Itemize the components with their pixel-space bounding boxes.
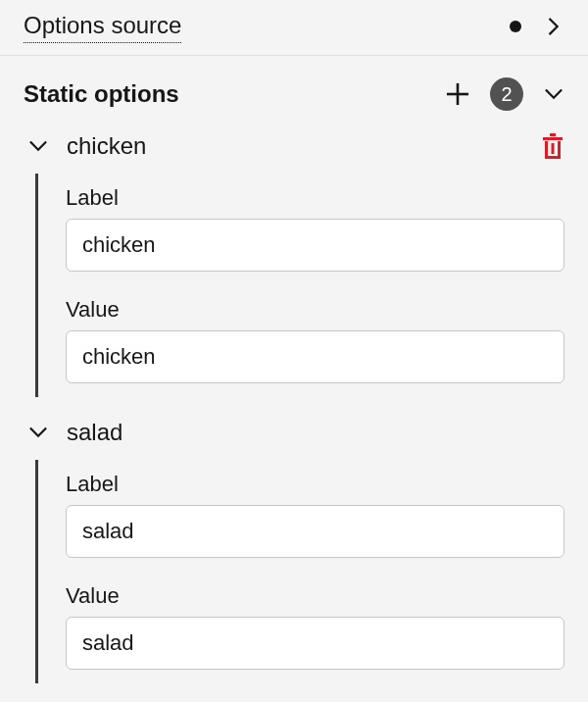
options-source-row: Options source: [0, 0, 588, 56]
chevron-down-icon: [543, 83, 564, 105]
label-field-label: Label: [66, 185, 564, 211]
trash-icon: [541, 133, 564, 159]
add-option-button[interactable]: [445, 81, 470, 107]
svg-rect-7: [552, 143, 555, 154]
value-field-label: Value: [66, 583, 564, 609]
plus-icon: [445, 81, 470, 107]
item-toggle-button[interactable]: [24, 422, 67, 443]
options-panel: Options source Static options 2: [0, 0, 588, 683]
value-input[interactable]: [66, 330, 564, 383]
item-toggle-button[interactable]: [24, 135, 67, 157]
label-input[interactable]: [66, 219, 564, 272]
options-source-label[interactable]: Options source: [24, 10, 181, 43]
status-dot-icon: [510, 21, 521, 32]
static-options-header: Static options 2: [0, 56, 588, 111]
svg-rect-2: [543, 137, 563, 140]
svg-rect-6: [545, 156, 561, 159]
static-options-title: Static options: [24, 80, 179, 108]
chevron-down-icon: [27, 422, 49, 443]
chevron-down-icon: [27, 135, 49, 157]
options-source-expand-button[interactable]: [543, 16, 564, 37]
collapse-section-button[interactable]: [543, 83, 564, 105]
option-item-name: salad: [67, 419, 122, 446]
value-field-label: Value: [66, 297, 564, 323]
option-item-header: salad: [0, 397, 588, 446]
label-input[interactable]: [66, 505, 564, 558]
delete-option-button[interactable]: [541, 133, 564, 159]
option-item-name: chicken: [67, 132, 146, 160]
value-input[interactable]: [66, 617, 564, 670]
option-item-body: Label Value: [35, 460, 588, 683]
chevron-right-icon: [543, 16, 564, 37]
svg-rect-3: [550, 133, 556, 136]
option-item-body: Label Value: [35, 174, 588, 397]
options-count-badge: 2: [490, 77, 523, 111]
label-field-label: Label: [66, 472, 564, 497]
option-item-header: chicken: [0, 111, 588, 160]
